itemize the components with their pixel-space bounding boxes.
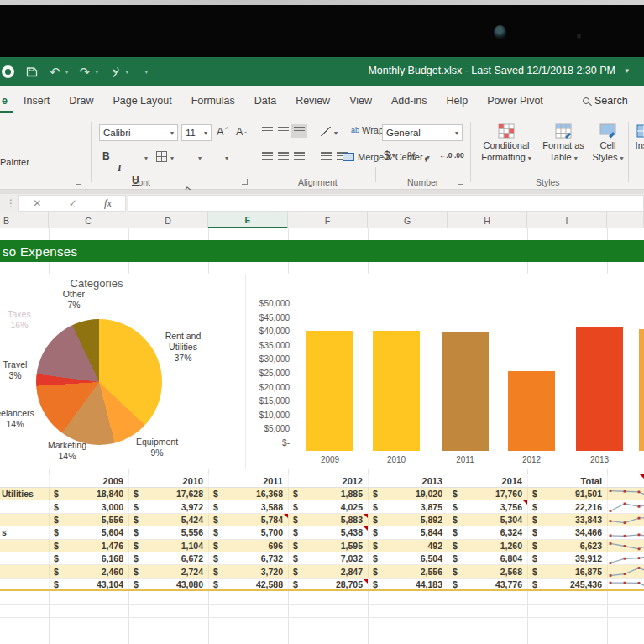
value-cell[interactable]: $3,875	[368, 500, 448, 512]
value-cell[interactable]: $6,672	[128, 552, 208, 564]
sparkline-cell[interactable]	[607, 579, 644, 589]
orientation-icon[interactable]	[321, 127, 331, 136]
value-cell[interactable]: $3,720	[208, 565, 288, 577]
column-header-G[interactable]: G	[368, 212, 448, 228]
align-middle-icon[interactable]	[278, 127, 289, 135]
value-cell[interactable]: $43,776	[448, 579, 527, 589]
comma-style-button[interactable]: ,	[424, 147, 428, 164]
value-cell[interactable]: $42,588	[208, 579, 288, 589]
ink-caret-icon[interactable]: ▾	[125, 68, 128, 76]
value-cell[interactable]: $43,104	[49, 579, 128, 589]
decrease-indent-icon[interactable]	[321, 152, 332, 160]
column-header-C[interactable]: C	[49, 212, 128, 228]
undo-caret-icon[interactable]: ▾	[65, 68, 69, 76]
bar-chart[interactable]: $50,000$45,000$40,000$35,000$30,000$25,0…	[245, 274, 644, 469]
value-cell[interactable]: $5,700	[208, 526, 288, 538]
value-cell[interactable]: $1,595	[288, 540, 368, 552]
format-as-table-button[interactable]: Format as Table ▾	[539, 123, 588, 164]
cell-styles-button[interactable]: Cell Styles ▾	[589, 123, 626, 164]
value-cell[interactable]: $5,556	[49, 514, 128, 526]
value-cell[interactable]: $5,604	[49, 526, 128, 538]
conditional-formatting-button[interactable]: Conditional Formatting ▾	[477, 123, 536, 164]
value-cell[interactable]: $91,501	[527, 488, 607, 500]
tab-view[interactable]: View	[349, 95, 372, 107]
borders-icon[interactable]	[156, 151, 167, 162]
tab-formulas[interactable]: Formulas	[191, 95, 235, 107]
value-cell[interactable]: $6,623	[527, 540, 607, 552]
sparkline-cell[interactable]	[607, 552, 644, 564]
value-cell[interactable]: $2,460	[49, 565, 128, 577]
value-cell[interactable]: $6,168	[49, 552, 128, 564]
tab-data[interactable]: Data	[254, 95, 276, 107]
value-cell[interactable]: $6,504	[368, 552, 448, 564]
title-caret-icon[interactable]: ▾	[625, 66, 629, 75]
value-cell[interactable]: $3,000	[49, 500, 128, 512]
tab-add-ins[interactable]: Add-ins	[391, 95, 427, 107]
value-cell[interactable]: $1,885	[288, 488, 368, 500]
value-cell[interactable]: $17,760	[448, 488, 527, 500]
value-cell[interactable]: $5,438	[288, 526, 368, 538]
value-cell[interactable]: $4,025	[288, 500, 368, 512]
value-cell[interactable]: $43,080	[128, 579, 208, 589]
search-box[interactable]: Search	[583, 95, 628, 107]
sparkline-cell[interactable]	[607, 540, 644, 552]
column-header-F[interactable]: F	[288, 212, 368, 228]
accounting-format-button[interactable]: $▾	[384, 149, 395, 162]
decrease-decimal-icon[interactable]: .00	[454, 151, 464, 160]
formula-bar-grip-icon[interactable]: ⋮	[6, 197, 16, 209]
column-header-B[interactable]: B	[0, 212, 49, 228]
italic-button[interactable]: I	[118, 162, 644, 175]
increase-decimal-icon[interactable]: ←.0	[439, 151, 453, 160]
value-cell[interactable]: $5,556	[128, 526, 208, 538]
value-cell[interactable]: $245,436	[527, 579, 607, 589]
clipboard-dialog-launcher-icon[interactable]	[76, 179, 81, 185]
sparkline-cell[interactable]	[607, 526, 644, 538]
value-cell[interactable]: $1,104	[128, 540, 208, 552]
column-header-I[interactable]: I	[527, 212, 607, 228]
number-dialog-launcher-icon[interactable]	[458, 179, 463, 185]
value-cell[interactable]: $3,588	[208, 500, 288, 512]
value-cell[interactable]: $2,724	[128, 565, 208, 577]
font-name-combo[interactable]: Calibri▾	[99, 124, 178, 141]
redo-caret-icon[interactable]: ▾	[95, 68, 98, 76]
value-cell[interactable]: $19,020	[368, 488, 448, 500]
percent-style-button[interactable]: %	[407, 149, 417, 162]
value-cell[interactable]: $28,705	[288, 579, 368, 589]
value-cell[interactable]: $16,368	[208, 488, 288, 500]
empty-grid-rows[interactable]	[0, 591, 644, 644]
value-cell[interactable]: $17,628	[128, 488, 208, 500]
bar-2009[interactable]	[306, 331, 353, 451]
pie-chart[interactable]: Categories Rent and Utilities37%Equipmen…	[0, 274, 245, 469]
ink-pen-icon[interactable]	[109, 65, 120, 79]
align-top-icon[interactable]	[262, 127, 273, 135]
font-size-combo[interactable]: 11▾	[181, 124, 212, 141]
tab-insert[interactable]: Insert	[24, 95, 50, 107]
tab-draw[interactable]: Draw	[69, 95, 93, 107]
redo-icon[interactable]: ↷	[80, 65, 91, 78]
value-cell[interactable]: $16,875	[527, 565, 607, 577]
tab-home-clipped[interactable]: e	[2, 95, 8, 107]
underline-button[interactable]: U	[132, 175, 644, 186]
align-center-icon[interactable]	[278, 152, 289, 160]
value-cell[interactable]: $5,883	[288, 514, 368, 526]
column-header-D[interactable]: D	[128, 212, 208, 228]
value-cell[interactable]: $1,260	[448, 540, 527, 552]
value-cell[interactable]: $696	[208, 540, 288, 552]
bar-2010[interactable]	[373, 331, 420, 451]
confirm-entry-icon[interactable]: ✓	[69, 197, 77, 209]
sparkline-cell[interactable]	[607, 514, 644, 526]
grow-font-button[interactable]: A^	[217, 126, 228, 138]
customize-qat-icon[interactable]: ▾	[144, 68, 148, 76]
value-cell[interactable]: $7,032	[288, 552, 368, 564]
underline-caret-icon[interactable]: ▾	[144, 154, 148, 162]
column-header-clipped[interactable]	[607, 212, 644, 228]
sparkline-cell[interactable]	[607, 565, 644, 577]
orientation-caret-icon[interactable]: ▾	[334, 129, 338, 137]
value-cell[interactable]: $2,847	[288, 565, 368, 577]
value-cell[interactable]: $1,476	[49, 540, 128, 552]
formula-input[interactable]	[128, 195, 644, 212]
value-cell[interactable]: $492	[368, 540, 448, 552]
value-cell[interactable]: $5,424	[128, 514, 208, 526]
value-cell[interactable]: $5,784	[208, 514, 288, 526]
value-cell[interactable]: $44,183	[368, 579, 448, 589]
